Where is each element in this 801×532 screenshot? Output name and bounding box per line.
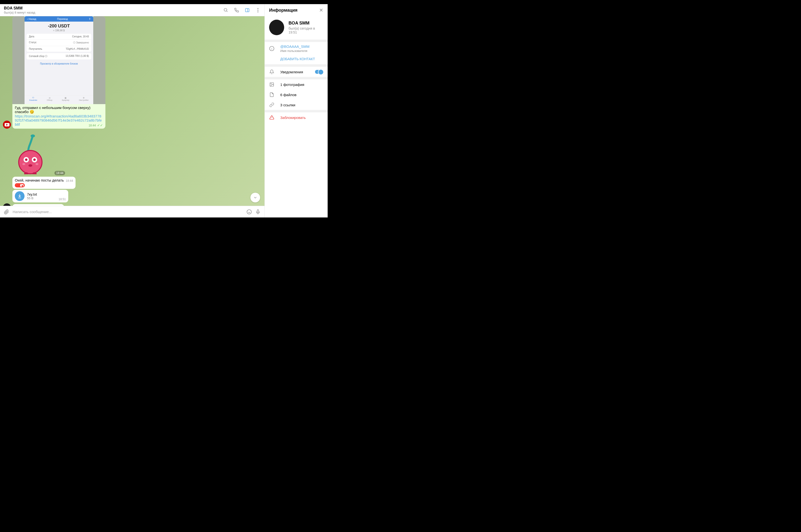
- receipt-tab: Обзор: [47, 99, 52, 101]
- receipt-tab: Кошелек: [30, 99, 37, 101]
- youtube-icon: [5, 123, 10, 127]
- chat-title[interactable]: BOA SMM: [4, 6, 35, 11]
- info-icon: [269, 46, 274, 51]
- receipt-row-val: Завершено: [76, 41, 89, 44]
- photos-row[interactable]: 1 фотография: [265, 79, 328, 90]
- cherry-sticker: [15, 133, 46, 174]
- sticker-message[interactable]: 18:44: [12, 133, 65, 175]
- svg-point-0: [224, 8, 227, 11]
- photos-count: 1 фотография: [280, 82, 304, 87]
- add-contact-button[interactable]: ДОБАВИТЬ КОНТАКТ: [265, 55, 328, 64]
- receipt-row-val: Сегодня, 18:43: [72, 35, 89, 38]
- svg-point-14: [29, 164, 32, 167]
- files-count: 6 файлов: [280, 93, 296, 97]
- message-bubble[interactable]: Окей, начинаю посты делать 18:44 ❤️: [12, 177, 75, 189]
- svg-rect-2: [245, 8, 249, 12]
- svg-point-27: [271, 83, 272, 84]
- file-download-icon[interactable]: [15, 191, 24, 201]
- bell-icon: [269, 69, 274, 75]
- message-time: 18:44: [54, 171, 65, 175]
- reaction[interactable]: ❤️: [15, 183, 25, 187]
- voice-icon[interactable]: [255, 209, 260, 214]
- message-text: Окей, начинаю посты делать: [15, 178, 64, 182]
- receipt-amount: -200 USDT: [24, 23, 93, 28]
- file-message[interactable]: 7ку.txt 55 B 18:51: [12, 190, 68, 203]
- svg-point-19: [247, 209, 251, 214]
- message-text: так выглядит если что: [15, 206, 53, 206]
- receipt-title: Перевод: [57, 18, 68, 20]
- svg-point-4: [257, 8, 258, 9]
- receipt-row-key: Получатель: [29, 48, 42, 50]
- svg-point-7: [31, 134, 35, 137]
- scroll-down-button[interactable]: [250, 193, 260, 203]
- profile-section[interactable]: BOA SMM был(а) сегодня в 19:51: [265, 16, 328, 40]
- link-icon: [269, 102, 274, 108]
- message-time: 18:51: [58, 197, 66, 201]
- youtube-icon: [20, 184, 23, 187]
- notifications-toggle[interactable]: [315, 70, 323, 74]
- receipt-row-key: Сетевой сбор: [29, 55, 44, 58]
- message-time: 18:44: [89, 124, 96, 127]
- svg-point-13: [33, 158, 36, 161]
- receipt-tab: Настройки: [79, 99, 88, 101]
- links-count: 3 ссылки: [280, 103, 295, 107]
- more-icon[interactable]: [255, 7, 260, 13]
- profile-avatar[interactable]: [269, 20, 284, 35]
- composer: [0, 206, 265, 217]
- receipt-row-key: Статус: [29, 41, 37, 44]
- avatar[interactable]: [3, 203, 11, 206]
- svg-point-16: [35, 163, 38, 165]
- message-image[interactable]: ‹ Назад Перевод ⇪ -200 USDT ≈ 199,98 $ Д…: [12, 16, 105, 104]
- svg-point-15: [22, 163, 25, 165]
- receipt-back: Назад: [29, 18, 36, 20]
- read-checks-icon: ✓✓: [97, 123, 103, 127]
- receipt-row-key: Дата: [29, 35, 34, 38]
- block-row[interactable]: Заблокировать: [265, 112, 328, 122]
- svg-point-5: [257, 10, 258, 11]
- notifications-row[interactable]: Уведомления: [265, 67, 328, 77]
- svg-point-11: [25, 158, 28, 161]
- search-icon[interactable]: [223, 7, 229, 13]
- message-list: ‹ Назад Перевод ⇪ -200 USDT ≈ 199,98 $ Д…: [0, 16, 265, 206]
- receipt-row-val: TDgHLrf...PBWbXUD: [66, 48, 89, 50]
- file-name: 7ку.txt: [27, 192, 54, 196]
- notifications-label: Уведомления: [280, 70, 303, 74]
- image-icon: [269, 82, 274, 87]
- share-icon: ⇪: [89, 18, 91, 21]
- avatar[interactable]: [3, 121, 11, 129]
- file-icon: [269, 92, 274, 97]
- emoji-icon[interactable]: [247, 209, 252, 214]
- links-row[interactable]: 3 ссылки: [265, 100, 328, 110]
- file-size: 55 B: [27, 196, 54, 200]
- receipt-approx: ≈ 199,98 $: [24, 29, 93, 32]
- username-link[interactable]: @BOAAAA_SMM: [280, 44, 309, 49]
- files-row[interactable]: 6 файлов: [265, 90, 328, 100]
- info-title: Информация: [269, 8, 297, 13]
- info-panel: Информация ✕ BOA SMM был(а) сегодня в 19…: [265, 4, 328, 217]
- svg-line-1: [226, 11, 227, 12]
- chat-last-seen: был(а) 8 минут назад: [4, 11, 35, 14]
- receipt-row-val: 13,5366 TRX (1,00 $): [66, 55, 89, 58]
- close-icon[interactable]: ✕: [319, 7, 323, 13]
- chat-header: BOA SMM был(а) 8 минут назад: [0, 4, 265, 16]
- message-bubble[interactable]: так выглядит если что 18:51: [12, 204, 64, 206]
- username-label: Имя пользователя: [280, 49, 309, 53]
- attach-icon[interactable]: [4, 209, 9, 214]
- call-icon[interactable]: [234, 7, 239, 13]
- message-time: 18:44: [66, 179, 73, 183]
- message-input[interactable]: [13, 210, 243, 214]
- block-icon: [269, 115, 274, 120]
- message-bubble[interactable]: Гуд, отправил с небольшим бонусом сверху…: [12, 104, 105, 129]
- username-row[interactable]: @BOAAAA_SMM Имя пользователя: [265, 42, 328, 55]
- svg-point-6: [257, 12, 258, 12]
- block-label: Заблокировать: [280, 115, 306, 120]
- receipt-explorer-link: Просмотр в обозревателе блоков: [24, 59, 93, 66]
- sidepanel-icon[interactable]: [244, 7, 250, 13]
- message-text: Гуд, отправил с небольшим бонусом сверху…: [15, 106, 90, 114]
- receipt-tab: Браузер: [62, 99, 70, 101]
- profile-name: BOA SMM: [289, 21, 323, 26]
- profile-status: был(а) сегодня в 19:51: [289, 26, 323, 34]
